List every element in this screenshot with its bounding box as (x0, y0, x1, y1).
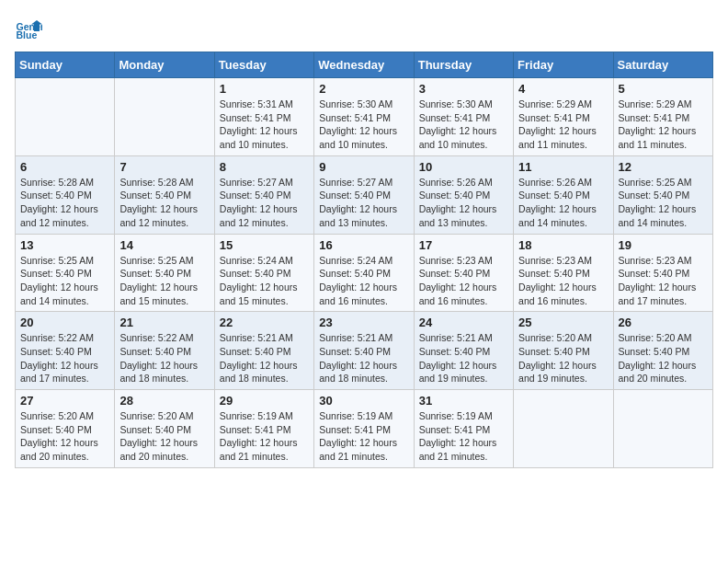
day-details: Sunrise: 5:26 AMSunset: 5:40 PMDaylight:… (518, 176, 608, 230)
day-details: Sunrise: 5:19 AMSunset: 5:41 PMDaylight:… (419, 409, 508, 464)
calendar-cell: 5Sunrise: 5:29 AMSunset: 5:41 PMDaylight… (613, 78, 712, 156)
calendar-cell: 20Sunrise: 5:22 AMSunset: 5:40 PMDayligh… (16, 312, 115, 390)
day-details: Sunrise: 5:29 AMSunset: 5:41 PMDaylight:… (619, 98, 708, 152)
day-details: Sunrise: 5:28 AMSunset: 5:40 PMDaylight:… (20, 176, 109, 230)
day-number: 16 (319, 238, 408, 252)
day-details: Sunrise: 5:22 AMSunset: 5:40 PMDaylight:… (119, 331, 209, 385)
day-number: 13 (20, 238, 109, 252)
day-number: 9 (319, 160, 408, 174)
calendar-cell: 14Sunrise: 5:25 AMSunset: 5:40 PMDayligh… (115, 234, 214, 312)
day-number: 30 (319, 394, 408, 408)
calendar-cell: 15Sunrise: 5:24 AMSunset: 5:40 PMDayligh… (214, 234, 313, 312)
day-details: Sunrise: 5:25 AMSunset: 5:40 PMDaylight:… (20, 254, 109, 308)
day-number: 25 (518, 316, 608, 329)
calendar-cell: 27Sunrise: 5:20 AMSunset: 5:40 PMDayligh… (16, 390, 115, 468)
calendar-cell: 4Sunrise: 5:29 AMSunset: 5:41 PMDaylight… (514, 78, 613, 156)
day-number: 7 (119, 160, 209, 174)
calendar-cell: 23Sunrise: 5:21 AMSunset: 5:40 PMDayligh… (314, 312, 414, 390)
day-number: 21 (119, 316, 209, 329)
day-number: 19 (619, 238, 708, 252)
calendar-cell: 1Sunrise: 5:31 AMSunset: 5:41 PMDaylight… (214, 78, 313, 156)
day-details: Sunrise: 5:20 AMSunset: 5:40 PMDaylight:… (119, 409, 209, 464)
calendar-header: SundayMondayTuesdayWednesdayThursdayFrid… (16, 52, 713, 78)
calendar-cell: 21Sunrise: 5:22 AMSunset: 5:40 PMDayligh… (115, 312, 214, 390)
day-details: Sunrise: 5:30 AMSunset: 5:41 PMDaylight:… (419, 98, 508, 152)
calendar-cell: 25Sunrise: 5:20 AMSunset: 5:40 PMDayligh… (514, 312, 613, 390)
day-number: 29 (220, 394, 309, 408)
day-details: Sunrise: 5:27 AMSunset: 5:40 PMDaylight:… (319, 176, 408, 230)
day-number: 20 (20, 316, 109, 329)
calendar-week: 6Sunrise: 5:28 AMSunset: 5:40 PMDaylight… (16, 155, 713, 234)
calendar-cell: 22Sunrise: 5:21 AMSunset: 5:40 PMDayligh… (214, 312, 313, 390)
day-number: 28 (119, 394, 209, 408)
day-number: 31 (419, 394, 508, 408)
day-details: Sunrise: 5:30 AMSunset: 5:41 PMDaylight:… (319, 98, 408, 152)
day-details: Sunrise: 5:29 AMSunset: 5:41 PMDaylight:… (518, 98, 608, 152)
day-details: Sunrise: 5:19 AMSunset: 5:41 PMDaylight:… (319, 409, 408, 464)
calendar-cell: 2Sunrise: 5:30 AMSunset: 5:41 PMDaylight… (314, 78, 414, 156)
day-details: Sunrise: 5:21 AMSunset: 5:40 PMDaylight:… (220, 331, 309, 385)
day-details: Sunrise: 5:23 AMSunset: 5:40 PMDaylight:… (619, 254, 708, 308)
page-header: General Blue (15, 15, 713, 42)
calendar-cell: 9Sunrise: 5:27 AMSunset: 5:40 PMDaylight… (314, 155, 414, 234)
calendar-cell: 18Sunrise: 5:23 AMSunset: 5:40 PMDayligh… (514, 234, 613, 312)
day-details: Sunrise: 5:24 AMSunset: 5:40 PMDaylight:… (319, 254, 408, 308)
calendar-cell (115, 78, 214, 156)
calendar-cell: 3Sunrise: 5:30 AMSunset: 5:41 PMDaylight… (414, 78, 513, 156)
calendar-week: 20Sunrise: 5:22 AMSunset: 5:40 PMDayligh… (16, 312, 713, 390)
day-number: 26 (619, 316, 708, 329)
calendar-cell: 29Sunrise: 5:19 AMSunset: 5:41 PMDayligh… (214, 390, 313, 468)
day-number: 1 (220, 82, 309, 96)
day-details: Sunrise: 5:20 AMSunset: 5:40 PMDaylight:… (619, 331, 708, 385)
header-cell-friday: Friday (514, 52, 613, 78)
calendar-body: 1Sunrise: 5:31 AMSunset: 5:41 PMDaylight… (16, 78, 713, 468)
calendar-cell: 24Sunrise: 5:21 AMSunset: 5:40 PMDayligh… (414, 312, 513, 390)
header-cell-tuesday: Tuesday (214, 52, 313, 78)
day-details: Sunrise: 5:22 AMSunset: 5:40 PMDaylight:… (20, 331, 109, 385)
day-details: Sunrise: 5:20 AMSunset: 5:40 PMDaylight:… (518, 331, 608, 385)
day-details: Sunrise: 5:20 AMSunset: 5:40 PMDaylight:… (20, 409, 109, 464)
day-number: 8 (220, 160, 309, 174)
calendar-cell: 30Sunrise: 5:19 AMSunset: 5:41 PMDayligh… (314, 390, 414, 468)
calendar-cell: 13Sunrise: 5:25 AMSunset: 5:40 PMDayligh… (16, 234, 115, 312)
day-details: Sunrise: 5:21 AMSunset: 5:40 PMDaylight:… (319, 331, 408, 385)
day-number: 18 (518, 238, 608, 252)
header-cell-wednesday: Wednesday (314, 52, 414, 78)
calendar-week: 13Sunrise: 5:25 AMSunset: 5:40 PMDayligh… (16, 234, 713, 312)
day-number: 12 (619, 160, 708, 174)
header-cell-thursday: Thursday (414, 52, 513, 78)
calendar-cell: 31Sunrise: 5:19 AMSunset: 5:41 PMDayligh… (414, 390, 513, 468)
day-number: 5 (619, 82, 708, 96)
day-details: Sunrise: 5:25 AMSunset: 5:40 PMDaylight:… (119, 254, 209, 308)
day-number: 27 (20, 394, 109, 408)
day-number: 24 (419, 316, 508, 329)
day-details: Sunrise: 5:23 AMSunset: 5:40 PMDaylight:… (518, 254, 608, 308)
day-number: 23 (319, 316, 408, 329)
calendar-cell (16, 78, 115, 156)
day-details: Sunrise: 5:21 AMSunset: 5:40 PMDaylight:… (419, 331, 508, 385)
day-number: 14 (119, 238, 209, 252)
day-details: Sunrise: 5:24 AMSunset: 5:40 PMDaylight:… (220, 254, 309, 308)
logo-icon: General Blue (15, 15, 42, 42)
header-cell-saturday: Saturday (613, 52, 712, 78)
day-number: 22 (220, 316, 309, 329)
calendar-cell: 11Sunrise: 5:26 AMSunset: 5:40 PMDayligh… (514, 155, 613, 234)
svg-text:Blue: Blue (17, 29, 38, 40)
day-details: Sunrise: 5:27 AMSunset: 5:40 PMDaylight:… (220, 176, 309, 230)
calendar-cell: 17Sunrise: 5:23 AMSunset: 5:40 PMDayligh… (414, 234, 513, 312)
header-cell-sunday: Sunday (16, 52, 115, 78)
calendar-cell: 26Sunrise: 5:20 AMSunset: 5:40 PMDayligh… (613, 312, 712, 390)
day-details: Sunrise: 5:26 AMSunset: 5:40 PMDaylight:… (419, 176, 508, 230)
day-details: Sunrise: 5:31 AMSunset: 5:41 PMDaylight:… (220, 98, 309, 152)
calendar-cell: 6Sunrise: 5:28 AMSunset: 5:40 PMDaylight… (16, 155, 115, 234)
day-number: 17 (419, 238, 508, 252)
day-number: 3 (419, 82, 508, 96)
calendar-cell: 7Sunrise: 5:28 AMSunset: 5:40 PMDaylight… (115, 155, 214, 234)
calendar-cell: 19Sunrise: 5:23 AMSunset: 5:40 PMDayligh… (613, 234, 712, 312)
calendar-table: SundayMondayTuesdayWednesdayThursdayFrid… (15, 52, 713, 468)
logo: General Blue (15, 15, 46, 42)
calendar-cell (514, 390, 613, 468)
day-number: 4 (518, 82, 608, 96)
header-row: SundayMondayTuesdayWednesdayThursdayFrid… (16, 52, 713, 78)
calendar-cell: 12Sunrise: 5:25 AMSunset: 5:40 PMDayligh… (613, 155, 712, 234)
